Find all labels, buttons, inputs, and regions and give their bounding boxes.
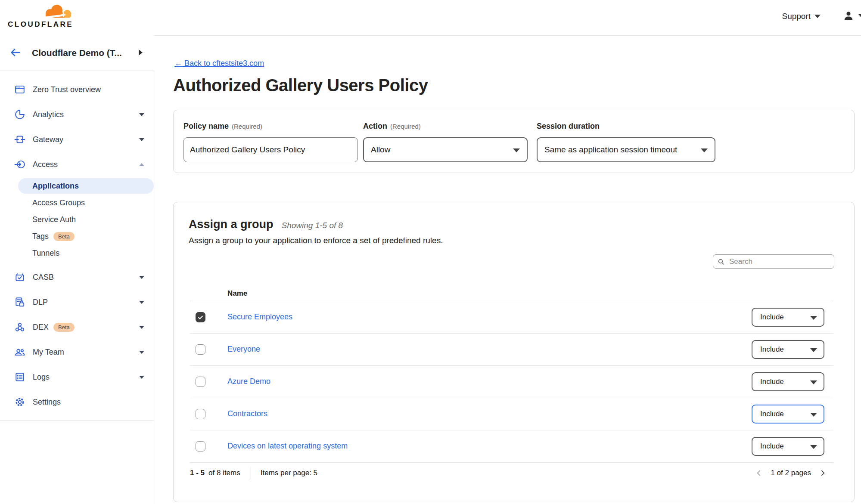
sidebar-item-access-groups[interactable]: Access Groups — [0, 195, 154, 211]
sidebar-item-label: Settings — [33, 398, 61, 407]
access-icon — [14, 159, 25, 170]
assign-group-card: Assign a group Showing 1-5 of 8 Assign a… — [173, 202, 855, 502]
include-dropdown[interactable]: Include — [752, 405, 824, 424]
row-checkbox[interactable] — [196, 409, 205, 419]
sidebar-item-tags[interactable]: Tags Beta — [0, 228, 154, 245]
cloudflare-wordmark: CLOUDFLARE — [8, 20, 73, 29]
sidebar-item-dlp[interactable]: DLP — [0, 290, 154, 315]
sidebar-item-gateway[interactable]: Gateway — [0, 127, 154, 152]
action-select-value: Allow — [371, 145, 390, 155]
back-arrow-icon[interactable] — [9, 46, 22, 59]
sidebar-item-label: CASB — [33, 273, 54, 282]
sidebar-item-label: Service Auth — [32, 215, 76, 224]
next-page-button[interactable] — [818, 468, 827, 478]
chevron-down-icon — [810, 348, 817, 352]
policy-name-group: Policy name(Required) — [183, 122, 262, 131]
sidebar-item-dex[interactable]: DEX Beta — [0, 315, 154, 340]
section-title: Assign a group — [189, 218, 274, 231]
sidebar-item-label: Tunnels — [32, 249, 59, 258]
sidebar-divider — [0, 420, 154, 421]
action-label: Action — [363, 122, 387, 130]
chevron-down-icon — [139, 276, 144, 279]
policy-name-input[interactable] — [183, 137, 358, 162]
gear-icon — [14, 396, 25, 408]
row-checkbox[interactable] — [196, 312, 205, 322]
beta-badge: Beta — [53, 323, 75, 332]
session-duration-select[interactable]: Same as application session timeout — [537, 137, 715, 162]
chevron-down-icon — [810, 380, 817, 384]
session-duration-group: Session duration — [537, 122, 600, 131]
sidebar-item-label: Access — [33, 160, 58, 169]
items-per-page[interactable]: Items per page: 5 — [261, 469, 317, 477]
beta-badge: Beta — [53, 232, 75, 241]
include-dropdown[interactable]: Include — [752, 308, 824, 327]
top-bar: CLOUDFLARE Support — [0, 0, 861, 36]
action-select[interactable]: Allow — [363, 137, 528, 162]
chevron-down-icon — [814, 15, 821, 18]
include-value: Include — [760, 345, 784, 354]
prev-page-button[interactable] — [754, 468, 764, 478]
sidebar-item-label: Zero Trust overview — [33, 85, 101, 94]
access-subnav: Applications Access Groups Service Auth … — [0, 178, 154, 262]
sidebar-item-casb[interactable]: CASB — [0, 265, 154, 290]
sidebar-item-analytics[interactable]: Analytics — [0, 102, 154, 127]
table-header: Name — [190, 288, 833, 301]
sidebar-item-settings[interactable]: Settings — [0, 390, 154, 414]
sidebar-item-tunnels[interactable]: Tunnels — [0, 245, 154, 262]
chevron-down-icon — [139, 376, 144, 379]
search-icon — [718, 258, 724, 265]
group-name-link[interactable]: Secure Employees — [227, 312, 292, 322]
sidebar-item-label: Gateway — [33, 135, 63, 144]
group-name-link[interactable]: Devices on latest operating system — [227, 442, 348, 451]
group-name-link[interactable]: Everyone — [227, 345, 260, 354]
sidebar-item-zero-trust-overview[interactable]: Zero Trust overview — [0, 77, 154, 102]
sidebar-item-label: DEX — [33, 323, 49, 332]
group-name-link[interactable]: Contractors — [227, 409, 267, 418]
chevron-down-icon — [139, 351, 144, 354]
row-checkbox[interactable] — [196, 441, 205, 451]
row-checkbox[interactable] — [196, 344, 205, 355]
cloudflare-cloud-icon — [40, 3, 73, 20]
support-menu[interactable]: Support — [782, 12, 821, 21]
sidebar-item-logs[interactable]: Logs — [0, 365, 154, 390]
team-name[interactable]: Cloudflare Demo (T... — [32, 35, 122, 71]
table-row: Devices on latest operating system Inclu… — [190, 430, 833, 463]
account-menu[interactable] — [843, 10, 861, 22]
groups-table: Name Secure Employees Include Everyone I… — [190, 288, 833, 463]
sidebar-item-label: Applications — [32, 182, 79, 191]
user-icon — [843, 10, 854, 22]
policy-name-label: Policy name — [183, 122, 229, 130]
session-duration-label: Session duration — [537, 122, 600, 130]
sidebar-item-access[interactable]: Access — [0, 152, 154, 177]
people-icon — [14, 346, 25, 358]
group-name-link[interactable]: Azure Demo — [227, 377, 270, 386]
include-dropdown[interactable]: Include — [752, 437, 824, 456]
chevron-down-icon — [139, 301, 144, 304]
row-checkbox[interactable] — [196, 377, 205, 387]
sidebar-item-label: Tags — [32, 232, 49, 241]
include-dropdown[interactable]: Include — [752, 340, 824, 359]
search-input[interactable] — [728, 257, 830, 266]
sidebar-item-service-auth[interactable]: Service Auth — [0, 211, 154, 228]
name-column-header: Name — [227, 289, 247, 298]
sidebar-item-applications[interactable]: Applications — [18, 178, 154, 194]
table-row: Azure Demo Include — [190, 366, 833, 398]
group-search[interactable] — [713, 254, 834, 269]
chevron-right-icon[interactable] — [139, 49, 143, 56]
sidebar-item-label: My Team — [33, 348, 64, 357]
casb-icon — [14, 272, 25, 283]
window-icon — [14, 84, 25, 95]
team-switcher: Cloudflare Demo (T... — [0, 35, 154, 71]
gateway-icon — [14, 134, 25, 145]
required-note: (Required) — [232, 123, 262, 130]
sidebar-item-label: Analytics — [33, 110, 64, 119]
sidebar-item-my-team[interactable]: My Team — [0, 340, 154, 365]
sidebar-item-label: Access Groups — [32, 198, 85, 207]
include-value: Include — [760, 313, 784, 322]
include-dropdown[interactable]: Include — [752, 372, 824, 391]
chevron-down-icon — [139, 113, 144, 116]
include-value: Include — [760, 442, 784, 451]
chevron-down-icon — [513, 148, 520, 152]
back-link[interactable]: ← Back to cftestsite3.com — [174, 59, 264, 68]
check-icon — [197, 314, 204, 321]
